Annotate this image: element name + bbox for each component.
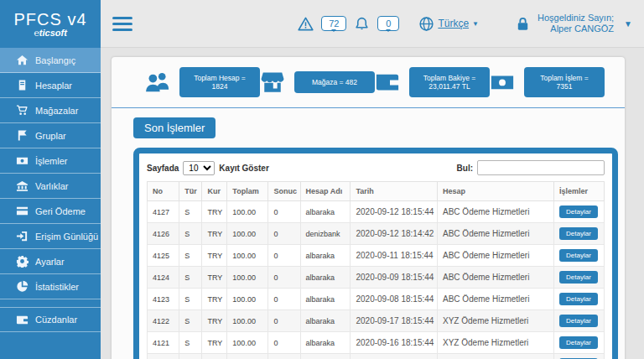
column-header[interactable]: Hesap Adı [300, 182, 351, 201]
user-menu[interactable]: Hoşgeldiniz Sayın; Alper CANGÖZ ▼ [515, 13, 632, 34]
table-cell: 4124 [148, 267, 179, 289]
stat-toplam-bakiye-button[interactable]: Toplam Bakiye = 23,011.47 TL [409, 67, 490, 97]
sidebar-item-istatistikler[interactable]: İstatistikler [0, 274, 101, 299]
table-cell: 0 [268, 267, 300, 289]
table-cell: 2020-09-11 18:15:44 [351, 245, 438, 267]
table-cell: XYZ Ödeme Hizmetleri [438, 332, 554, 354]
stats-row: Toplam Hesap = 1824Mağaza = 482Toplam Ba… [112, 57, 625, 107]
sidebar-item-ayarlar[interactable]: Ayarlar [0, 249, 101, 274]
table-cell: 4123 [148, 289, 179, 310]
main-content: Toplam Hesap = 1824Mağaza = 482Toplam Ba… [101, 48, 644, 359]
table-row: 4126STRY100.000denizbank2020-09-12 18:14… [148, 223, 605, 245]
details-button[interactable]: Detaylar [559, 336, 598, 349]
sidebar-item-erisim-gunlugu[interactable]: Erişim Günlüğü [0, 224, 101, 249]
sidebar-item-hesaplar[interactable]: Hesaplar [0, 73, 101, 98]
table-cell: 0 [268, 289, 300, 310]
sidebar-item-varliklar[interactable]: Varlıklar [0, 174, 101, 199]
details-button[interactable]: Detaylar [559, 227, 598, 240]
sidebar-item-label: Hesaplar [35, 81, 72, 91]
table-row: 4124STRY100.000albaraka2020-09-09 18:15:… [148, 267, 605, 289]
credit-card-icon [16, 205, 29, 217]
alerts-count-badge[interactable]: 72 [321, 16, 346, 31]
topbar: 72 0 Türkçe ▼ Hoşgeldiniz Sayın; Alper C… [101, 0, 644, 48]
details-button[interactable]: Detaylar [559, 315, 598, 327]
stat-toplam-bakiye: Toplam Bakiye = 23,011.47 TL [375, 67, 490, 97]
details-button[interactable]: Detaylar [559, 206, 598, 218]
table-cell: XYZ Ödeme Hizmetleri [438, 310, 554, 332]
sidebar-item-geri-odeme[interactable]: Geri Ödeme [0, 199, 101, 224]
table-cell: S [179, 289, 202, 310]
table-cell-actions: Detaylar [554, 354, 605, 359]
warning-icon[interactable] [298, 16, 314, 32]
table-cell: 100.00 [227, 245, 268, 267]
table-cell: 100.00 [227, 310, 268, 332]
sidebar-item-gruplar[interactable]: Gruplar [0, 123, 101, 148]
sidebar-item-baslangic[interactable]: Başlangıç [0, 48, 101, 73]
sidebar-item-label: Erişim Günlüğü [35, 232, 98, 242]
sidebar-item-cuzdanlar[interactable]: Cüzdanlar [0, 307, 101, 332]
column-header[interactable]: Sonuc [268, 182, 300, 201]
wallet-icon [16, 314, 29, 326]
table-cell: 4121 [148, 332, 179, 354]
table-cell: 100.00 [227, 201, 268, 223]
stat-toplam-hesap-button[interactable]: Toplam Hesap = 1824 [179, 67, 260, 97]
table-cell: albaraka [300, 289, 351, 310]
search-input[interactable] [477, 160, 605, 175]
column-header[interactable]: Hesap [438, 182, 554, 201]
sidebar-item-label: Başlangıç [35, 55, 75, 65]
table-cell-actions: Detaylar [554, 289, 605, 310]
table-row: 4121STRY100.000albaraka2020-09-16 18:15:… [148, 332, 605, 354]
flag-icon [16, 129, 29, 142]
table-cell: S [179, 354, 202, 359]
wallet-icon [375, 70, 400, 95]
app-subtitle: ℮ticsoft [34, 28, 67, 38]
table-cell: XYZ Ödeme Hizmetleri [438, 354, 554, 359]
bank-icon [16, 180, 29, 192]
users-icon [145, 70, 170, 95]
table-cell: 2020-08-17 18:15:44 [351, 354, 438, 359]
banknote-icon [490, 70, 515, 95]
table-cell: albaraka [300, 201, 351, 223]
stats-divider [112, 107, 625, 108]
sidebar-item-islemler[interactable]: İşlemler [0, 148, 101, 174]
table-cell: S [179, 310, 202, 332]
pie-chart-icon [16, 280, 29, 293]
chevron-down-icon: ▼ [624, 19, 632, 29]
details-button[interactable]: Detaylar [559, 293, 598, 305]
table-cell: 0 [268, 310, 300, 332]
table-cell: 100.00 [227, 354, 268, 359]
chevron-down-icon: ▼ [472, 20, 479, 28]
stat-toplam-hesap: Toplam Hesap = 1824 [145, 67, 260, 97]
page-size-select[interactable]: 10 [183, 161, 215, 175]
column-header[interactable]: Toplam [227, 182, 268, 201]
ledger-icon [16, 79, 29, 91]
details-button[interactable]: Detaylar [559, 271, 598, 284]
column-header[interactable]: Tür [179, 182, 202, 201]
language-label: Türkçe [438, 18, 469, 29]
stat-toplam-islem-button[interactable]: Toplam İşlem = 7351 [524, 67, 605, 97]
column-header[interactable]: İşlemler [554, 182, 605, 201]
table-cell: S [179, 201, 202, 223]
table-cell: TRY [202, 289, 227, 310]
column-header[interactable]: No [148, 182, 179, 201]
table-cell: albaraka [300, 267, 351, 289]
column-header[interactable]: Tarih [351, 182, 438, 201]
details-button[interactable]: Detaylar [559, 249, 598, 262]
notifications-count-badge[interactable]: 0 [377, 16, 399, 31]
bell-icon[interactable] [354, 16, 370, 32]
column-header[interactable]: Kur [202, 182, 227, 201]
sidebar-item-magazalar[interactable]: Mağazalar [0, 98, 101, 123]
user-greeting: Hoşgeldiniz Sayın; [538, 13, 614, 23]
table-cell: TRY [202, 267, 227, 289]
table-cell: 2020-09-08 18:15:44 [351, 289, 438, 310]
menu-toggle-button[interactable] [112, 17, 132, 31]
table-cell: ABC Ödeme Hizmetleri [438, 267, 554, 289]
sidebar-item-label: Varlıklar [35, 181, 69, 191]
app-logo: PFCS v4 ℮ticsoft [0, 0, 101, 48]
table-row: 4120STRY100.000albaraka2020-08-17 18:15:… [148, 354, 605, 359]
table-cell: 2020-09-17 18:15:44 [351, 310, 438, 332]
language-selector[interactable]: Türkçe ▼ [418, 16, 479, 32]
stat-magaza-button[interactable]: Mağaza = 482 [294, 71, 375, 93]
table-cell: albaraka [300, 245, 351, 267]
transactions-table: NoTürKurToplamSonucHesap AdıTarihHesapİş… [147, 181, 605, 359]
